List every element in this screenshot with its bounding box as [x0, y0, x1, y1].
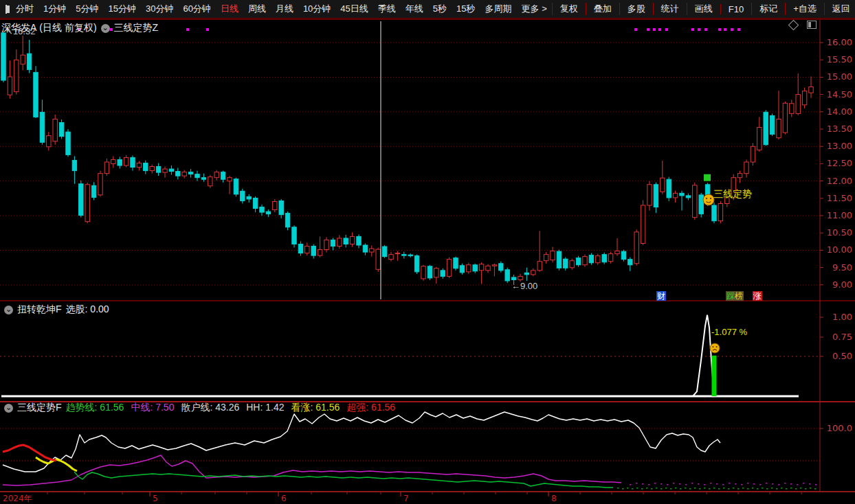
candle-body: [608, 254, 612, 262]
series-散户线: [3, 412, 720, 472]
sparse-dot: [642, 483, 644, 485]
sparse-dot: [648, 484, 650, 485]
candle-body: [699, 195, 703, 214]
sparse-dot: [790, 488, 792, 489]
candle-body: [214, 172, 219, 178]
sparse-dot: [795, 488, 797, 490]
candle-body: [764, 112, 768, 144]
candle-body: [583, 257, 587, 265]
sparse-dot: [636, 488, 639, 489]
split-pane-icon[interactable]: [807, 21, 817, 29]
signal-dot: [653, 28, 656, 31]
candle-body: [201, 178, 206, 180]
chevron-down-circle-icon[interactable]: ⌄: [4, 404, 13, 413]
high-price-annotation: ↖16.32: [5, 26, 35, 36]
sparse-dot: [718, 488, 720, 490]
sparse-dot: [691, 483, 693, 484]
sparse-dot: [704, 484, 706, 485]
sparse-dot: [741, 484, 743, 485]
sparse-dot: [710, 483, 712, 484]
sparse-dot: [660, 483, 663, 485]
sparse-dot: [622, 488, 624, 490]
sparse-dot: [810, 488, 812, 489]
sparse-dot: [656, 488, 658, 489]
tdx-app: 分时1分钟5分钟15分钟30分钟60分钟日线周线月线10分钟45日线季线年线5秒…: [0, 0, 855, 504]
candle-body: [395, 253, 399, 254]
chevron-down-circle-icon[interactable]: ⌄: [4, 306, 13, 314]
sad-face-icon: [710, 343, 720, 353]
candle-body: [467, 265, 471, 272]
event-badge-涨[interactable]: 涨: [753, 291, 762, 301]
price-axis-label: 9.00: [832, 279, 852, 290]
candle-body: [576, 258, 580, 265]
sparse-dot: [689, 488, 691, 490]
candle-body: [273, 201, 277, 209]
signal-dot: [737, 28, 740, 31]
candle-body: [486, 266, 490, 271]
price-axis-label: 11.00: [827, 210, 852, 220]
chevron-down-circle-icon[interactable]: ⌄: [101, 24, 110, 33]
candle-body: [131, 157, 135, 167]
candle-body: [428, 266, 432, 278]
candle-body: [234, 179, 238, 194]
sparse-dot: [772, 483, 774, 485]
candle-body: [66, 132, 70, 154]
green-bar: [712, 356, 717, 396]
candle-body: [104, 162, 109, 174]
sparse-dot: [766, 483, 768, 484]
candle-body: [570, 261, 574, 268]
candle-body: [40, 112, 44, 142]
candle-body: [156, 167, 160, 173]
candle-body: [660, 178, 665, 192]
candle-body: [402, 255, 406, 256]
candle-body: [1, 33, 5, 80]
candle-body: [144, 163, 148, 170]
sparse-dot: [667, 484, 669, 485]
price-axis-label: 12.00: [827, 176, 852, 186]
candle-body: [447, 260, 451, 277]
sparse-dot: [815, 484, 817, 485]
middle-indicator-name: 扭转乾坤F: [17, 303, 62, 316]
sparse-dot: [632, 488, 634, 490]
middle-axis-label: 0.75: [832, 332, 852, 342]
sparse-dot: [646, 488, 648, 489]
sparse-dot: [617, 488, 619, 489]
sparse-dot: [660, 488, 663, 490]
month-label: 5: [153, 494, 158, 503]
indicator-field: 散户线: 43.26: [181, 402, 239, 414]
candle-body: [221, 172, 225, 180]
sparse-dot: [771, 488, 773, 489]
sparse-dot: [778, 484, 780, 485]
smiley-face-icon: [703, 194, 714, 205]
signal-dot: [704, 28, 707, 31]
indicator-field: 中线: 7.50: [131, 402, 174, 414]
sparse-dot: [729, 483, 731, 484]
series-超强: [3, 445, 56, 461]
green-square-marker: [704, 174, 711, 181]
period-mode-label: (日线 前复权): [39, 22, 96, 34]
candle-body: [324, 240, 329, 249]
candle-body: [91, 185, 96, 197]
candle-body: [337, 238, 342, 247]
chart-canvas[interactable]: 16.0015.5015.0014.5014.0013.5013.0012.50…: [0, 0, 855, 504]
diamond-marker-icon[interactable]: [788, 19, 799, 30]
candle-body: [59, 122, 63, 136]
candle-body: [79, 184, 83, 216]
candle-body: [344, 238, 348, 244]
price-axis-label: 15.00: [827, 71, 852, 82]
candle-body: [414, 256, 419, 272]
candle-body: [8, 77, 12, 95]
candle-body: [208, 177, 212, 186]
sparse-dot: [753, 483, 755, 485]
sparse-dot: [704, 488, 706, 489]
event-badge-踩榜[interactable]: 踩榜: [726, 291, 744, 301]
candle-body: [253, 198, 257, 208]
price-axis-label: 9.50: [832, 262, 852, 273]
candle-body: [350, 236, 354, 244]
candle-body: [511, 277, 515, 280]
series-中线: [3, 455, 621, 485]
event-badge-财[interactable]: 财: [656, 291, 666, 301]
sparse-dot: [762, 488, 764, 489]
candle-body: [537, 262, 542, 271]
sparse-dot: [636, 483, 638, 484]
